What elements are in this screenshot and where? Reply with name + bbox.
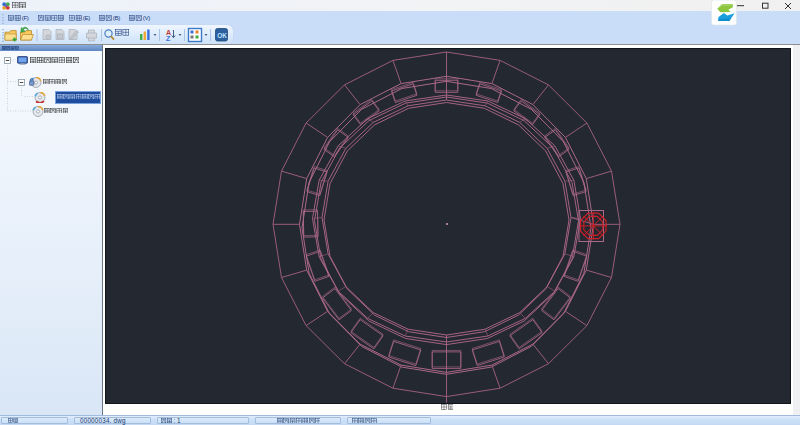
- svg-text:Z: Z: [166, 35, 171, 42]
- svg-text:OK: OK: [217, 32, 227, 39]
